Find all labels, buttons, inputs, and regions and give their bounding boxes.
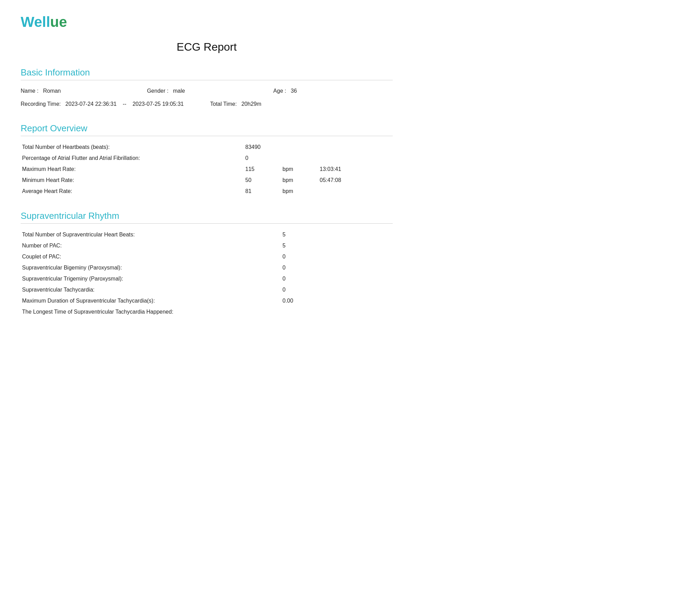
- overview-value2: [281, 153, 318, 164]
- supra-value: 0: [281, 262, 393, 273]
- supra-value: 5: [281, 240, 393, 251]
- age-label: Age :: [273, 88, 286, 94]
- overview-value1: 81: [244, 186, 281, 197]
- overview-value3: [318, 186, 393, 197]
- overview-value1: 50: [244, 175, 281, 186]
- overview-value2: bpm: [281, 164, 318, 175]
- basic-information-divider: [21, 80, 393, 80]
- overview-value3: 13:03:41: [318, 164, 393, 175]
- name-value: Roman: [43, 88, 61, 94]
- supra-label: Supraventricular Trigeminy (Paroxysmal):: [21, 273, 281, 284]
- gender-label: Gender :: [147, 88, 168, 94]
- overview-row: Minimum Heart Rate: 50 bpm 05:47:08: [21, 175, 393, 186]
- age-field: Age : 36: [273, 86, 393, 96]
- supra-table: Total Number of Supraventricular Heart B…: [21, 229, 393, 317]
- supra-label: Number of PAC:: [21, 240, 281, 251]
- recording-start: 2023-07-24 22:36:31: [65, 101, 117, 107]
- report-title: ECG Report: [21, 41, 393, 53]
- supra-value: 0: [281, 284, 393, 295]
- supra-label: Supraventricular Bigeminy (Paroxysmal):: [21, 262, 281, 273]
- gender-value: male: [173, 88, 185, 94]
- supra-row: Total Number of Supraventricular Heart B…: [21, 229, 393, 240]
- overview-row: Total Number of Heartbeats (beats): 8349…: [21, 142, 393, 153]
- total-time-label: Total Time:: [210, 101, 237, 107]
- age-value: 36: [291, 88, 297, 94]
- recording-row: Recording Time: 2023-07-24 22:36:31 -- 2…: [21, 99, 393, 109]
- overview-value3: [318, 153, 393, 164]
- overview-label: Percentage of Atrial Flutter and Atrial …: [21, 153, 244, 164]
- supra-label: The Longest Time of Supraventricular Tac…: [21, 306, 281, 317]
- overview-value2: bpm: [281, 175, 318, 186]
- total-time-field: Total Time: 20h29m: [210, 99, 393, 109]
- overview-label: Total Number of Heartbeats (beats):: [21, 142, 244, 153]
- overview-label: Minimum Heart Rate:: [21, 175, 244, 186]
- supra-row: Supraventricular Tachycardia: 0: [21, 284, 393, 295]
- report-overview-heading: Report Overview: [21, 123, 393, 134]
- supra-label: Couplet of PAC:: [21, 251, 281, 262]
- overview-label: Maximum Heart Rate:: [21, 164, 244, 175]
- logo: Wellue: [21, 14, 393, 30]
- supra-value: 0: [281, 251, 393, 262]
- supra-row: Supraventricular Trigeminy (Paroxysmal):…: [21, 273, 393, 284]
- supra-row: Number of PAC: 5: [21, 240, 393, 251]
- logo-part2: ue: [50, 14, 67, 30]
- supraventricular-section: Supraventricular Rhythm Total Number of …: [21, 211, 393, 317]
- supra-value: 0.00: [281, 295, 393, 306]
- total-time-value: 20h29m: [241, 101, 261, 107]
- gender-field: Gender : male: [147, 86, 267, 96]
- overview-value2: [281, 142, 318, 153]
- supra-label: Total Number of Supraventricular Heart B…: [21, 229, 281, 240]
- recording-label: Recording Time:: [21, 101, 61, 107]
- supra-row: Couplet of PAC: 0: [21, 251, 393, 262]
- report-overview-section: Report Overview Total Number of Heartbea…: [21, 123, 393, 197]
- overview-label: Average Heart Rate:: [21, 186, 244, 197]
- name-label: Name :: [21, 88, 39, 94]
- supra-label: Maximum Duration of Supraventricular Tac…: [21, 295, 281, 306]
- supra-label: Supraventricular Tachycardia:: [21, 284, 281, 295]
- overview-value1: 0: [244, 153, 281, 164]
- supra-row: Maximum Duration of Supraventricular Tac…: [21, 295, 393, 306]
- overview-value1: 115: [244, 164, 281, 175]
- overview-table: Total Number of Heartbeats (beats): 8349…: [21, 142, 393, 197]
- supra-value: 0: [281, 273, 393, 284]
- report-overview-divider: [21, 136, 393, 136]
- overview-row: Maximum Heart Rate: 115 bpm 13:03:41: [21, 164, 393, 175]
- overview-row: Percentage of Atrial Flutter and Atrial …: [21, 153, 393, 164]
- logo-part1: Well: [21, 14, 50, 30]
- overview-value3: 05:47:08: [318, 175, 393, 186]
- recording-separator: --: [123, 101, 126, 107]
- overview-value3: [318, 142, 393, 153]
- supra-value: [281, 306, 393, 317]
- recording-end: 2023-07-25 19:05:31: [133, 101, 184, 107]
- overview-value1: 83490: [244, 142, 281, 153]
- supra-row: Supraventricular Bigeminy (Paroxysmal): …: [21, 262, 393, 273]
- supra-row: The Longest Time of Supraventricular Tac…: [21, 306, 393, 317]
- supraventricular-heading: Supraventricular Rhythm: [21, 211, 393, 221]
- basic-information-section: Basic Information Name : Roman Gender : …: [21, 67, 393, 109]
- overview-value2: bpm: [281, 186, 318, 197]
- basic-information-heading: Basic Information: [21, 67, 393, 78]
- basic-info-grid: Name : Roman Gender : male Age : 36: [21, 86, 393, 96]
- recording-time-field: Recording Time: 2023-07-24 22:36:31 -- 2…: [21, 99, 203, 109]
- supraventricular-divider: [21, 223, 393, 224]
- overview-row: Average Heart Rate: 81 bpm: [21, 186, 393, 197]
- name-field: Name : Roman: [21, 86, 140, 96]
- supra-value: 5: [281, 229, 393, 240]
